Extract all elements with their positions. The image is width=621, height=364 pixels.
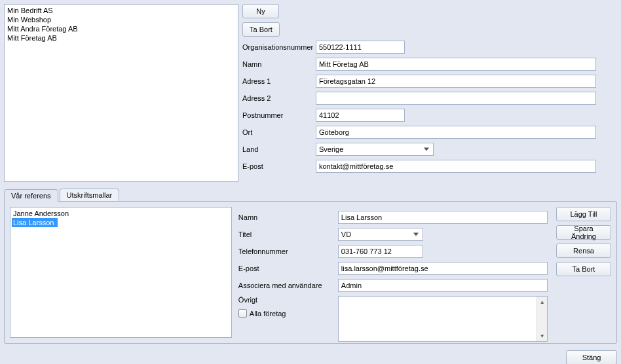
org-number-label: Organisationsnummer (242, 43, 316, 51)
city-input[interactable] (316, 126, 596, 139)
scroll-up-icon[interactable]: ▲ (537, 297, 548, 307)
all-companies-checkbox[interactable] (238, 309, 247, 318)
new-button[interactable]: Ny (242, 4, 279, 18)
add-reference-button[interactable]: Lägg Till (556, 207, 611, 221)
scroll-down-icon[interactable]: ▼ (537, 331, 548, 341)
address2-label: Adress 2 (242, 94, 316, 102)
delete-button[interactable]: Ta Bort (242, 22, 280, 37)
company-list[interactable]: Min Bedrift AS Min Webshop Mitt Andra Fö… (4, 4, 238, 182)
company-list-item[interactable]: Mitt Andra Företag AB (6, 24, 236, 33)
reference-list[interactable]: Janne Andersson Lisa Larsson (10, 207, 232, 338)
delete-reference-button[interactable]: Ta Bort (556, 262, 611, 276)
ref-assoc-input[interactable] (338, 279, 548, 292)
name-input[interactable] (316, 58, 596, 71)
ref-phone-label: Telefonnummer (238, 247, 338, 255)
email-input[interactable] (316, 160, 596, 173)
tab-panel-reference: Janne Andersson Lisa Larsson Namn Titel … (4, 201, 617, 344)
reference-list-item[interactable]: Janne Andersson (12, 209, 230, 218)
city-label: Ort (242, 128, 316, 136)
ref-assoc-label: Associera med användare (238, 282, 338, 289)
email-label: E-post (242, 162, 316, 170)
ref-name-input[interactable] (338, 211, 548, 224)
org-number-input[interactable] (316, 41, 405, 54)
address1-label: Adress 1 (242, 77, 316, 85)
ref-email-label: E-post (238, 264, 338, 272)
country-select[interactable]: Sverige (316, 143, 434, 156)
textarea-scrollbar[interactable]: ▲ ▼ (536, 297, 547, 341)
ref-other-textarea[interactable]: ▲ ▼ (338, 296, 548, 342)
clear-reference-button[interactable]: Rensa (556, 244, 611, 258)
country-label: Land (242, 145, 316, 153)
close-button[interactable]: Stäng (566, 350, 617, 364)
ref-title-select[interactable]: VD (338, 228, 423, 241)
save-reference-button[interactable]: Spara Ändring (556, 225, 611, 240)
reference-list-item[interactable]: Lisa Larsson (12, 218, 58, 227)
postal-input[interactable] (316, 109, 405, 122)
ref-phone-input[interactable] (338, 245, 423, 258)
company-list-item[interactable]: Min Webshop (6, 15, 236, 24)
tab-our-reference[interactable]: Vår referens (4, 189, 58, 202)
address1-input[interactable] (316, 75, 596, 88)
name-label: Namn (242, 60, 316, 68)
all-companies-label: Alla företag (250, 310, 286, 318)
ref-title-label: Titel (238, 230, 338, 238)
tab-print-templates[interactable]: Utskriftsmallar (60, 189, 120, 201)
ref-email-input[interactable] (338, 262, 548, 275)
postal-label: Postnummer (242, 111, 316, 119)
company-list-item[interactable]: Min Bedrift AS (6, 6, 236, 15)
address2-input[interactable] (316, 92, 596, 105)
ref-other-label: Övrigt (238, 296, 338, 304)
ref-name-label: Namn (238, 213, 338, 221)
company-list-item[interactable]: Mitt Företag AB (6, 33, 236, 43)
